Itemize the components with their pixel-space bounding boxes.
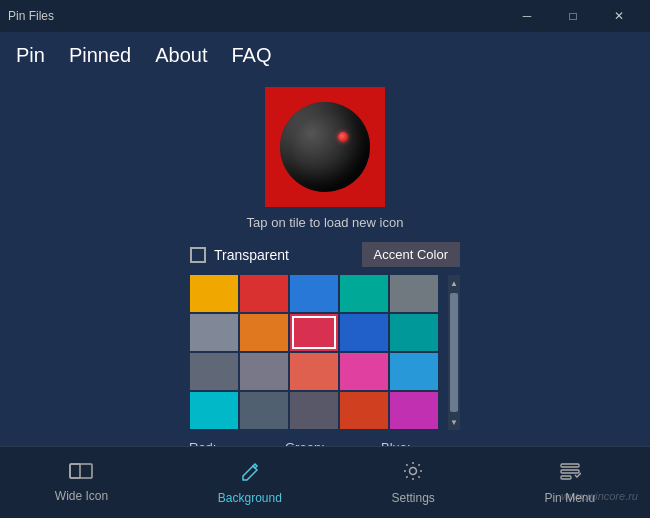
tap-label: Tap on tile to load new icon [247,215,404,230]
bottom-nav-pin-menu[interactable]: Pin Menu [528,452,611,513]
scroll-thumb[interactable] [450,293,458,412]
settings-label: Settings [391,491,434,505]
color-palette-wrapper: ▲ ▼ [190,275,460,430]
color-cell[interactable] [340,392,388,429]
bottom-nav: Wide Icon Background Settings [0,446,650,518]
background-label: Background [218,491,282,505]
nav-bar: Pin Pinned About FAQ [0,32,650,79]
ball-dot [338,132,348,142]
watermark: www.wincore.ru [561,490,638,502]
color-cell[interactable] [190,275,238,312]
pin-menu-icon [559,460,581,487]
svg-rect-0 [70,464,92,478]
bottom-nav-settings[interactable]: Settings [375,452,450,513]
svg-point-2 [410,468,417,475]
transparent-label: Transparent [214,247,289,263]
svg-rect-5 [561,476,571,479]
svg-rect-4 [561,470,579,473]
color-cell[interactable] [390,275,438,312]
color-cell[interactable] [340,314,388,351]
transparent-checkbox-label[interactable]: Transparent [190,247,289,263]
wide-icon-icon [69,462,93,485]
svg-rect-1 [70,464,80,478]
color-cell[interactable] [240,392,288,429]
color-cell[interactable] [240,314,288,351]
nav-pin[interactable]: Pin [16,40,45,71]
color-cell[interactable] [190,314,238,351]
svg-rect-3 [561,464,579,467]
bottom-nav-background[interactable]: Background [202,452,298,513]
scroll-down-arrow[interactable]: ▼ [448,414,460,430]
maximize-button[interactable]: □ [550,0,596,32]
color-cell[interactable] [190,353,238,390]
color-cell[interactable] [390,353,438,390]
minimize-button[interactable]: ─ [504,0,550,32]
palette-scrollbar[interactable]: ▲ ▼ [448,275,460,430]
color-cell[interactable] [290,314,338,351]
app-title: Pin Files [8,9,54,23]
color-cell[interactable] [390,392,438,429]
nav-about[interactable]: About [155,40,207,71]
close-button[interactable]: ✕ [596,0,642,32]
nav-pinned[interactable]: Pinned [69,40,131,71]
transparent-row: Transparent Accent Color [190,242,460,267]
color-cell[interactable] [240,275,288,312]
tile-preview[interactable] [265,87,385,207]
transparent-checkbox[interactable] [190,247,206,263]
color-palette [190,275,432,430]
background-icon [239,460,261,487]
color-cell[interactable] [240,353,288,390]
color-cell[interactable] [340,275,388,312]
color-cell[interactable] [290,275,338,312]
nav-faq[interactable]: FAQ [231,40,271,71]
color-cell[interactable] [340,353,388,390]
settings-icon [402,460,424,487]
color-cell[interactable] [290,392,338,429]
title-bar: Pin Files ─ □ ✕ [0,0,650,32]
window-controls: ─ □ ✕ [504,0,642,32]
bottom-nav-wide-icon[interactable]: Wide Icon [39,454,124,511]
color-cell[interactable] [190,392,238,429]
wide-icon-label: Wide Icon [55,489,108,503]
accent-color-button[interactable]: Accent Color [362,242,460,267]
scroll-up-arrow[interactable]: ▲ [448,275,460,291]
color-cell[interactable] [290,353,338,390]
main-content: Tap on tile to load new icon Transparent… [0,79,650,505]
color-cell[interactable] [390,314,438,351]
tile-ball-icon [280,102,370,192]
